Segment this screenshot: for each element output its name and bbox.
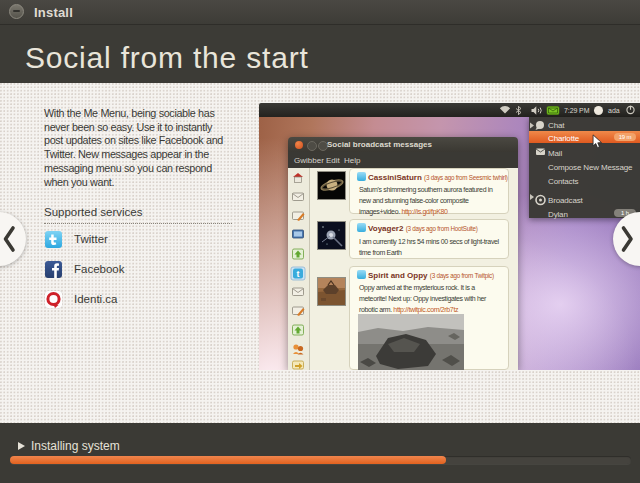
svg-text:t: t [297,269,300,279]
